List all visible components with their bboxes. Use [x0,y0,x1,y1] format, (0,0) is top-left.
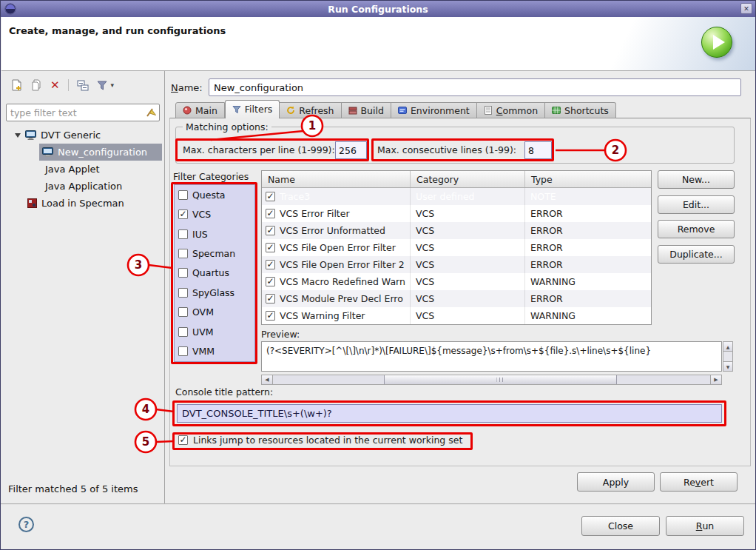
help-icon[interactable]: ? [18,517,34,532]
row-type: ERROR [525,239,651,256]
row-checkbox[interactable] [266,311,275,321]
category-label: IUS [192,229,208,240]
tab-label: Environment [411,105,470,116]
configuration-name-input[interactable] [209,78,741,96]
tree-filter-input[interactable] [7,107,145,118]
category-spyglass[interactable]: SpyGlass [175,283,254,302]
main-tab-icon [183,106,192,115]
scroll-down-icon[interactable]: ▼ [723,361,732,371]
preview-text[interactable]: (?<SEVERITY>[^\[\]\n\r]*)\[FAILURE\]${me… [261,341,722,372]
scroll-track[interactable] [723,352,732,361]
checkbox-checked[interactable] [178,209,188,219]
toolbar-menu-caret-icon[interactable]: ▾ [111,81,115,89]
tab-refresh[interactable]: Refresh [280,102,341,118]
tree-item-label: DVT Generic [41,130,101,141]
row-checkbox[interactable] [266,209,275,218]
checkbox[interactable] [178,327,188,337]
tab-filters[interactable]: Filters [225,100,280,118]
tree-item-java-applet[interactable]: Java Applet [2,161,163,178]
column-header-category[interactable]: Category [411,171,525,187]
column-header-type[interactable]: Type [525,171,651,187]
tree-item-label: New_configuration [58,147,147,158]
table-row[interactable]: VCS Error Filter VCS ERROR [262,205,651,222]
edit-filter-button[interactable]: Edit... [658,195,735,214]
tab-build[interactable]: Build [342,102,391,118]
expander-icon[interactable] [15,133,21,138]
max-chars-input[interactable] [335,141,367,159]
column-header-name[interactable]: Name [262,171,411,187]
tab-main[interactable]: Main [175,102,225,118]
window-close-button[interactable]: ✕ [740,3,752,14]
table-row[interactable]: Trace3 User defined NOTE [262,188,651,205]
collapse-all-icon[interactable] [77,78,89,92]
table-row[interactable]: VCS Macro Redefined Warn VCS WARNING [262,273,651,290]
revert-button[interactable]: Revert [660,472,738,492]
table-row[interactable]: VCS Warning Filter VCS WARNING [262,307,651,324]
table-row[interactable]: VCS File Open Error Filter 2 VCS ERROR [262,256,651,273]
delete-configuration-icon[interactable]: ✕ [50,78,60,92]
duplicate-configuration-icon[interactable] [30,78,42,92]
working-set-checkbox[interactable] [178,435,188,445]
category-quartus[interactable]: Quartus [175,264,254,283]
checkbox[interactable] [178,288,188,298]
row-checkbox[interactable] [266,294,275,303]
titlebar[interactable]: Run Configurations ✕ [1,1,755,17]
tree-item-label: Load in Specman [41,198,124,209]
tab-shortcuts[interactable]: Shortcuts [545,102,616,118]
row-category: VCS [411,222,525,239]
scroll-up-icon[interactable]: ▲ [723,342,732,352]
tree-selection: New_configuration [39,144,162,161]
tab-environment[interactable]: Environment [391,102,477,118]
checkbox[interactable] [178,229,188,239]
scroll-left-icon[interactable]: ◀ [262,375,273,384]
row-checkbox[interactable] [266,192,275,201]
category-specman[interactable]: Specman [175,244,254,263]
tree-item-new-configuration[interactable]: New_configuration [2,144,163,161]
max-chars-label: Max. characters per line (1-999): [183,144,335,155]
close-button[interactable]: Close [581,516,660,536]
max-lines-input[interactable] [524,141,552,159]
category-uvm[interactable]: UVM [175,322,254,341]
checkbox[interactable] [178,190,188,200]
row-checkbox[interactable] [266,243,275,252]
table-row[interactable]: VCS Module Prev Decl Erro VCS ERROR [262,290,651,307]
table-row[interactable]: VCS Error Unformatted VCS ERROR [262,222,651,239]
category-vmm[interactable]: VMM [175,342,254,361]
row-checkbox[interactable] [266,260,275,269]
checkbox[interactable] [178,307,188,317]
new-filter-button[interactable]: New... [658,170,735,189]
category-ovm[interactable]: OVM [175,303,254,322]
run-button[interactable]: Run [666,516,744,536]
clear-filter-broom-icon[interactable] [145,107,157,118]
working-set-option[interactable]: Links jump to resources located in the c… [178,435,462,446]
scrollbar-thumb[interactable] [384,375,617,384]
remove-filter-button[interactable]: Remove [658,220,735,238]
checkbox[interactable] [178,346,188,356]
tree-item-label: Java Application [45,181,122,192]
matching-options-label: Matching options: [183,121,271,133]
category-label: VCS [192,209,211,220]
row-category: VCS [411,205,525,222]
row-checkbox[interactable] [266,277,275,286]
tree-item-java-application[interactable]: Java Application [2,178,163,195]
scroll-right-icon[interactable]: ▶ [710,375,721,384]
row-type: NOTE [525,188,651,205]
checkbox[interactable] [178,268,188,278]
tree-item-load-in-specman[interactable]: Load in Specman [2,195,163,212]
category-label: VMM [192,346,215,357]
category-questa[interactable]: Questa [175,185,254,204]
duplicate-filter-button[interactable]: Duplicate... [658,245,735,264]
tab-common[interactable]: Common [477,102,545,118]
table-header: Name Category Type [262,171,651,188]
apply-button[interactable]: Apply [577,472,655,492]
tab-bar: Main Filters Refresh Build Environment C… [175,101,616,118]
tree-item-dvt-generic[interactable]: DVT Generic [2,127,163,144]
category-vcs[interactable]: VCS [175,204,254,224]
filter-menu-icon[interactable] [97,78,107,92]
checkbox[interactable] [178,249,188,258]
row-checkbox[interactable] [266,226,275,235]
category-ius[interactable]: IUS [175,224,254,244]
console-title-pattern-input[interactable] [177,404,722,423]
new-configuration-icon[interactable] [11,78,22,92]
table-row[interactable]: VCS File Open Error Filter VCS ERROR [262,239,651,256]
